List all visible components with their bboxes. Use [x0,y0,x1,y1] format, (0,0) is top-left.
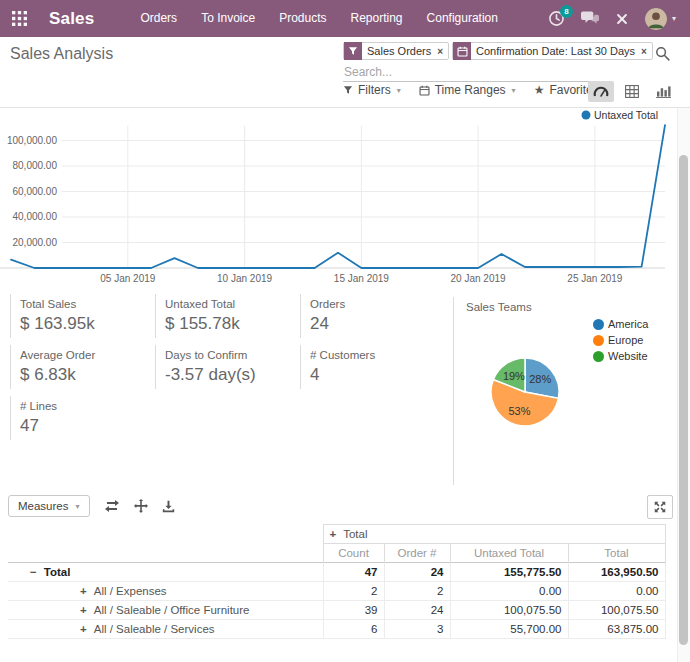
pie-legend-item-america[interactable]: America [593,316,648,332]
download-icon[interactable] [162,500,175,513]
kpi-label: Total Sales [20,298,155,310]
filter-menu-time-ranges[interactable]: Time Ranges▾ [419,83,516,97]
kpi-value: $ 155.78k [165,314,300,334]
legend-dot [593,335,604,346]
messages-icon[interactable] [581,11,599,26]
pivot-row-all-saleable-office-furniture: +All / Saleable / Office Furniture392410… [8,601,665,620]
legend-label[interactable]: Untaxed Total [594,109,658,121]
page-title: Sales Analysis [10,45,113,63]
expand-arrows-icon[interactable] [647,495,673,519]
nav-item-products[interactable]: Products [267,0,338,37]
user-menu[interactable]: ▾ [645,8,676,30]
nav-item-reporting[interactable]: Reporting [339,0,415,37]
dashboard-view-icon[interactable] [588,81,614,102]
legend-label: Europe [608,334,643,346]
facet-label: Confirmation Date: Last 30 Days [471,45,640,57]
legend-label: Website [608,350,648,362]
expand-all-icon[interactable] [134,499,148,513]
pivot-empty-cell [8,544,323,563]
search-facet-confirmation-date-last-30-days[interactable]: Confirmation Date: Last 30 Days× [452,42,653,60]
calendar-icon [419,85,430,96]
kpi-value: $ 163.95k [20,314,155,334]
collapse-row-icon[interactable]: − [30,566,37,578]
svg-text:80,000.00: 80,000.00 [13,160,58,171]
pivot-cell: 100,075.50 [568,601,665,620]
search-icon[interactable] [655,46,670,65]
nav-item-orders[interactable]: Orders [128,0,189,37]
pivot-cell: 163,950.50 [568,563,665,582]
kpi-tile-lines[interactable]: # Lines47 [10,396,155,440]
pivot-measure-header-count[interactable]: Count [323,544,384,563]
graph-view-icon[interactable] [650,81,676,102]
pivot-cell: 2 [323,582,384,601]
filter-menu-filters[interactable]: Filters▾ [343,83,401,97]
expand-column-icon[interactable]: + [330,528,337,540]
svg-text:20,000.00: 20,000.00 [13,237,58,248]
sales-teams-panel: Sales Teams 28%53%19% AmericaEuropeWebsi… [453,292,680,492]
user-menu-caret-icon: ▾ [672,14,676,23]
nav-item-configuration[interactable]: Configuration [415,0,510,37]
sales-teams-pie-chart[interactable]: 28%53%19% [471,338,579,446]
pivot-cell: 6 [323,620,384,639]
pie-legend-item-europe[interactable]: Europe [593,332,648,348]
vertical-scrollbar-thumb[interactable] [679,155,688,645]
filter-row: Filters▾Time Ranges▾★Favorites▾ [343,83,609,97]
pivot-row-label[interactable]: +All / Saleable / Office Furniture [8,601,323,620]
kpi-label: # Lines [20,400,155,412]
facet-label: Sales Orders [362,45,436,57]
kpi-label: Orders [310,298,445,310]
pivot-cell: 24 [384,563,450,582]
facet-remove-icon[interactable]: × [640,46,652,57]
pivot-cell: 39 [323,601,384,620]
search-input[interactable] [343,63,605,82]
search-area: Sales Orders×Confirmation Date: Last 30 … [343,42,605,82]
apps-menu-icon[interactable] [12,11,27,26]
svg-text:40,000.00: 40,000.00 [13,211,58,222]
pivot-cell: 0.00 [450,582,568,601]
flip-axis-icon[interactable] [104,500,120,512]
sales-line-chart: 20,000.0040,000.0060,000.0080,000.00100,… [0,108,676,292]
pivot-measure-header-untaxed-total[interactable]: Untaxed Total [450,544,568,563]
facet-remove-icon[interactable]: × [436,46,448,57]
pivot-row-label[interactable]: +All / Expenses [8,582,323,601]
pivot-measure-header-total[interactable]: Total [568,544,665,563]
pivot-row-total: −Total4724155,775.50163,950.50 [8,563,665,582]
expand-row-icon[interactable]: + [80,604,87,616]
calendar-icon [453,42,471,60]
pie-legend: AmericaEuropeWebsite [593,316,648,364]
pivot-row-label[interactable]: −Total [8,563,323,582]
kpi-tile-orders[interactable]: Orders24 [300,294,445,338]
pie-legend-item-website[interactable]: Website [593,348,648,364]
kpi-tile-average-order[interactable]: Average Order$ 6.83k [10,345,155,389]
kpi-tile-total-sales[interactable]: Total Sales$ 163.95k [10,294,155,338]
pivot-column-group-total[interactable]: +Total [323,525,665,544]
kpi-tile-customers[interactable]: # Customers4 [300,345,445,389]
legend-dot [593,351,604,362]
pivot-toolbar: Measures ▾ [8,495,175,517]
activity-icon[interactable]: 8 [548,10,565,27]
navbar-right: 8 ▾ [548,8,690,30]
pivot-section: Measures ▾ +Tota [0,492,690,652]
app-name[interactable]: Sales [49,9,94,29]
legend-dot[interactable] [582,111,591,120]
legend-dot [593,319,604,330]
pivot-cell: 55,700.00 [450,620,568,639]
crossed-tools-icon[interactable] [615,12,629,26]
svg-text:05 Jan 2019: 05 Jan 2019 [100,273,155,284]
expand-row-icon[interactable]: + [80,623,87,635]
kpi-value: 4 [310,365,445,385]
vertical-scrollbar-track[interactable] [677,108,690,662]
pie-title: Sales Teams [466,301,532,313]
search-facet-sales-orders[interactable]: Sales Orders× [343,42,449,60]
measures-button[interactable]: Measures ▾ [8,495,90,517]
expand-row-icon[interactable]: + [80,585,87,597]
kpi-tile-days-to-confirm[interactable]: Days to Confirm-3.57 day(s) [155,345,300,389]
pivot-row-label[interactable]: +All / Saleable / Services [8,620,323,639]
stats-section: Total Sales$ 163.95kUntaxed Total$ 155.7… [0,292,690,492]
pivot-cell: 47 [323,563,384,582]
filter-menu-label: Filters [358,83,391,97]
nav-item-to-invoice[interactable]: To Invoice [189,0,267,37]
kpi-tile-untaxed-total[interactable]: Untaxed Total$ 155.78k [155,294,300,338]
pivot-view-icon[interactable] [619,81,645,102]
pivot-measure-header-order[interactable]: Order # [384,544,450,563]
